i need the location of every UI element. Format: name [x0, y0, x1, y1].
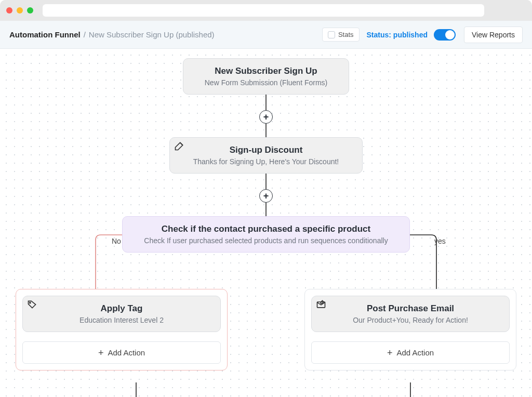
- node-apply-tag-title: Apply Tag: [33, 303, 210, 314]
- stats-toggle[interactable]: Stats: [322, 28, 360, 42]
- url-bar[interactable]: [43, 4, 484, 17]
- minimize-window-button[interactable]: [17, 7, 23, 14]
- automation-canvas[interactable]: New Subscriber Sign Up New Form Submissi…: [0, 49, 532, 397]
- add-step-button-2[interactable]: +: [259, 189, 273, 203]
- breadcrumb-root[interactable]: Automation Funnel: [9, 30, 81, 39]
- node-condition-title: Check if the contact purchased a specifi…: [133, 224, 399, 234]
- status-toggle[interactable]: [434, 29, 456, 41]
- node-post-purchase-email[interactable]: Post Purchase Email Our Product+You, Rea…: [311, 296, 510, 332]
- add-action-label: Add Action: [396, 348, 434, 357]
- stats-label: Stats: [338, 31, 354, 38]
- branch-no-container: Apply Tag Education Interest Level 2 + A…: [16, 289, 228, 370]
- node-trigger-title: New Subscriber Sign Up: [194, 66, 338, 76]
- mail-edit-icon: [316, 299, 326, 310]
- node-trigger-sub: New Form Submission (Fluent Forms): [194, 78, 338, 87]
- node-apply-tag[interactable]: Apply Tag Education Interest Level 2: [22, 296, 221, 332]
- page-header: Automation Funnel / New Subscriber Sign …: [0, 21, 532, 49]
- edit-icon: [174, 141, 184, 151]
- node-post-purchase-title: Post Purchase Email: [322, 303, 499, 314]
- stats-checkbox[interactable]: [328, 31, 335, 38]
- branch-yes-container: Post Purchase Email Our Product+You, Rea…: [304, 289, 516, 370]
- node-post-purchase-sub: Our Product+You, Ready for Action!: [322, 316, 499, 324]
- svg-point-0: [30, 302, 31, 303]
- add-action-button-yes[interactable]: + Add Action: [311, 341, 510, 364]
- add-action-label: Add Action: [108, 348, 145, 357]
- window-titlebar: [0, 0, 532, 21]
- branch-label-yes: yes: [434, 237, 446, 245]
- node-apply-tag-sub: Education Interest Level 2: [33, 316, 210, 324]
- status-text: Status: published: [367, 31, 428, 39]
- view-reports-button[interactable]: View Reports: [464, 27, 523, 43]
- breadcrumb: Automation Funnel / New Subscriber Sign …: [9, 30, 215, 39]
- add-step-button-1[interactable]: +: [259, 110, 273, 124]
- node-signup-discount-title: Sign-up Discount: [180, 145, 352, 155]
- tag-icon: [27, 299, 37, 310]
- traffic-lights: [6, 7, 33, 14]
- node-condition-sub: Check If user purchased selected product…: [133, 236, 399, 245]
- node-signup-discount-sub: Thanks for Signing Up, Here's Your Disco…: [180, 157, 352, 166]
- node-condition[interactable]: Check if the contact purchased a specifi…: [122, 216, 410, 253]
- toggle-knob: [445, 30, 455, 39]
- maximize-window-button[interactable]: [27, 7, 33, 14]
- branch-label-no: No: [112, 237, 121, 245]
- node-signup-discount[interactable]: Sign-up Discount Thanks for Signing Up, …: [169, 137, 363, 174]
- close-window-button[interactable]: [6, 7, 12, 14]
- node-trigger[interactable]: New Subscriber Sign Up New Form Submissi…: [183, 58, 349, 95]
- add-action-button-no[interactable]: + Add Action: [22, 341, 221, 364]
- breadcrumb-current: New Subscriber Sign Up (published): [89, 30, 215, 39]
- breadcrumb-separator: /: [84, 30, 86, 39]
